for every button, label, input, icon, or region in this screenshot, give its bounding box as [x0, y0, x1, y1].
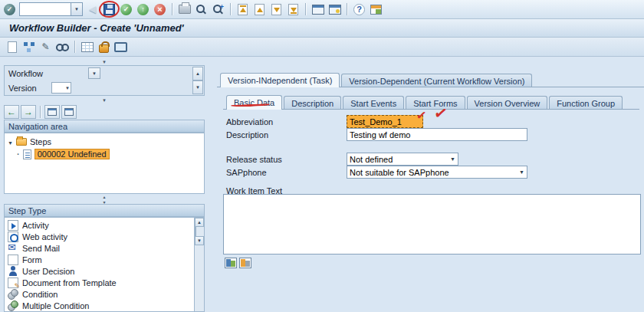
list-item[interactable]: Web activity: [5, 231, 204, 242]
new-session-button[interactable]: [310, 2, 325, 17]
list-item-label: Form: [22, 255, 42, 264]
subtab-start-events[interactable]: Start Events: [343, 96, 404, 110]
list-item[interactable]: Document from Template: [5, 277, 204, 288]
tree-node-steps[interactable]: Steps: [5, 136, 204, 148]
user-decision-icon: [8, 266, 18, 277]
display-button[interactable]: [55, 40, 70, 54]
subtab-divider-line: [223, 109, 639, 110]
graphic-view-icon: [64, 108, 74, 116]
navigation-forward-icon[interactable]: [21, 105, 36, 119]
list-item-label: Multiple Condition: [22, 301, 89, 310]
navigation-back-icon[interactable]: [4, 105, 19, 119]
subtab-description[interactable]: Description: [284, 96, 341, 110]
subtab-start-forms[interactable]: Start Forms: [406, 96, 465, 110]
tree-node-label: Steps: [30, 137, 51, 146]
table-view-button[interactable]: [80, 40, 94, 54]
description-input[interactable]: [347, 128, 527, 141]
continue-button[interactable]: [119, 2, 133, 17]
condition-icon: [8, 289, 18, 300]
fullscreen-icon: [114, 42, 127, 52]
version-combo[interactable]: [51, 82, 71, 94]
description-label: Description: [226, 130, 268, 140]
tab-version-dependent[interactable]: Version-Dependent (Current Workflow Vers…: [341, 74, 532, 87]
toolbox-button[interactable]: [97, 40, 111, 54]
command-input[interactable]: [19, 2, 71, 16]
tree-expander-icon[interactable]: [8, 137, 13, 146]
navigation-area-header: Navigation area: [4, 120, 205, 133]
cancel-button[interactable]: [153, 2, 167, 17]
graphical-model-icon: [23, 41, 35, 52]
text-elements-icon[interactable]: [239, 258, 251, 268]
subtab-version-overview[interactable]: Version Overview: [467, 96, 548, 110]
work-item-textarea[interactable]: [223, 194, 641, 255]
scroll-up-icon[interactable]: [192, 67, 203, 80]
last-page-button[interactable]: [286, 2, 301, 17]
subtab-basic-data[interactable]: Basic Data: [226, 95, 282, 110]
workflow-selector-box: Workflow Version: [4, 65, 205, 96]
table-view-icon: [81, 42, 94, 52]
next-page-button[interactable]: [269, 2, 284, 17]
collapse-handle-top[interactable]: [4, 59, 205, 65]
find-next-button[interactable]: [211, 2, 225, 17]
list-item[interactable]: Condition: [5, 288, 204, 300]
toolbar-separator: [40, 106, 41, 118]
work-item-toolbar: [225, 258, 251, 268]
first-page-icon: [238, 4, 248, 15]
previous-page-button[interactable]: [252, 2, 267, 17]
customize-layout-button[interactable]: [369, 2, 383, 17]
abbreviation-input[interactable]: [347, 115, 423, 128]
step-doc-icon: [23, 149, 31, 159]
change-icon[interactable]: [38, 40, 53, 54]
list-item[interactable]: Activity: [5, 219, 204, 231]
command-dropdown-icon[interactable]: [71, 2, 83, 16]
sapphone-dropdown[interactable]: Not suitable for SAPphone: [347, 166, 527, 179]
tab-version-independent[interactable]: Version-INdependent (Task): [220, 73, 340, 87]
standard-toolbar: [0, 0, 644, 19]
release-status-label: Release status: [226, 155, 282, 164]
splitter-handle[interactable]: [4, 194, 205, 204]
exit-button[interactable]: [136, 2, 150, 17]
outline-view-icon: [48, 108, 57, 116]
application-toolbar: [0, 38, 644, 57]
activity-icon: [8, 220, 18, 231]
create-button[interactable]: [5, 40, 19, 54]
find-button[interactable]: [194, 2, 209, 17]
outline-view-button[interactable]: [44, 105, 60, 119]
insert-variable-icon[interactable]: [225, 258, 237, 268]
toolbar-separator: [305, 3, 306, 15]
graphic-view-button[interactable]: [61, 105, 77, 119]
create-shortcut-button[interactable]: [327, 2, 342, 17]
create-icon: [8, 41, 17, 53]
navigation-area-label: Navigation area: [8, 122, 67, 131]
version-selector-row: Version: [5, 80, 204, 95]
scroll-down-icon[interactable]: [192, 80, 203, 94]
help-button[interactable]: [352, 2, 366, 17]
list-item[interactable]: Send Mail: [5, 242, 204, 254]
splitter-up-icon: [103, 194, 105, 199]
create-shortcut-icon: [329, 5, 341, 15]
print-button[interactable]: [177, 2, 192, 17]
fullscreen-button[interactable]: [113, 40, 128, 54]
detail-tabstrip: Basic Data Description Start Events Star…: [226, 95, 623, 110]
graphical-model-button[interactable]: [21, 40, 36, 54]
back-icon[interactable]: [85, 2, 100, 17]
workflow-label: Workflow: [8, 69, 85, 78]
release-status-dropdown[interactable]: Not defined: [347, 153, 458, 166]
collapse-handle-middle[interactable]: [4, 97, 205, 103]
scroll-down-icon[interactable]: [195, 236, 204, 245]
selected-tree-item[interactable]: 000002 Undefined: [34, 149, 110, 159]
list-item[interactable]: Form: [5, 254, 204, 265]
list-item[interactable]: Multiple Condition: [5, 300, 204, 311]
list-item[interactable]: User Decision: [5, 265, 204, 277]
next-page-icon: [271, 4, 281, 15]
scroll-thumb[interactable]: [195, 226, 196, 237]
first-page-button[interactable]: [235, 2, 250, 17]
workflow-dropdown-icon[interactable]: [88, 67, 100, 79]
save-button[interactable]: [102, 2, 117, 17]
subtab-function-group[interactable]: Function Group: [549, 96, 623, 110]
tree-node-step-undefined[interactable]: 000002 Undefined: [5, 148, 204, 160]
page-title: Workflow Builder - Create 'Unnamed': [9, 22, 184, 34]
last-page-icon: [288, 4, 298, 15]
abbreviation-label: Abbreviation: [226, 117, 273, 126]
enter-button[interactable]: [2, 2, 17, 17]
